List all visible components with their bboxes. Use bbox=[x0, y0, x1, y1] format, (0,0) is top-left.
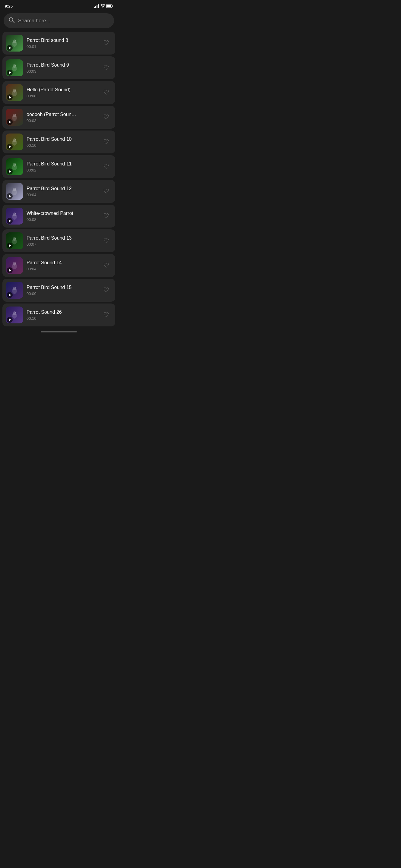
sound-info: Parrot Bird Sound 10 00:10 bbox=[27, 136, 97, 148]
play-triangle-icon bbox=[9, 244, 11, 247]
sound-title: Parrot Bird Sound 10 bbox=[27, 136, 97, 142]
search-bar[interactable]: Search here ... bbox=[4, 13, 114, 28]
play-button-overlay[interactable] bbox=[7, 94, 13, 100]
heart-icon: ♡ bbox=[103, 64, 109, 72]
heart-icon: ♡ bbox=[103, 187, 109, 195]
thumbnail bbox=[6, 257, 23, 274]
sound-info: Parrot Bird Sound 9 00:03 bbox=[27, 62, 97, 73]
play-triangle-icon bbox=[9, 145, 11, 148]
svg-point-14 bbox=[13, 64, 16, 68]
svg-point-23 bbox=[13, 138, 16, 142]
favorite-button[interactable]: ♡ bbox=[101, 62, 112, 73]
svg-point-24 bbox=[15, 139, 16, 140]
thumbnail bbox=[6, 35, 23, 52]
favorite-button[interactable]: ♡ bbox=[101, 186, 112, 197]
home-indicator bbox=[0, 328, 118, 335]
play-button-overlay[interactable] bbox=[7, 193, 13, 199]
sound-info: Parrot Sound 14 00:04 bbox=[27, 260, 97, 271]
thumbnail bbox=[6, 109, 23, 126]
sound-duration: 00:03 bbox=[27, 69, 97, 73]
play-button-overlay[interactable] bbox=[7, 144, 13, 150]
sound-title: Parrot Bird Sound 11 bbox=[27, 161, 97, 167]
list-item[interactable]: Hello (Parrot Sound) 00:08 ♡ bbox=[2, 81, 115, 104]
svg-rect-6 bbox=[107, 5, 111, 7]
list-item[interactable]: Parrot Sound 14 00:04 ♡ bbox=[2, 254, 115, 277]
play-button-overlay[interactable] bbox=[7, 168, 13, 175]
heart-icon: ♡ bbox=[103, 138, 109, 146]
heart-icon: ♡ bbox=[103, 113, 109, 121]
sound-info: Parrot Sound 26 00:10 bbox=[27, 310, 97, 321]
favorite-button[interactable]: ♡ bbox=[101, 112, 112, 123]
list-item[interactable]: Parrot Bird Sound 10 00:10 ♡ bbox=[2, 130, 115, 153]
sound-title: Parrot Sound 26 bbox=[27, 310, 97, 315]
list-item[interactable]: Parrot Sound 26 00:10 ♡ bbox=[2, 304, 115, 327]
list-item[interactable]: Parrot Bird Sound 11 00:02 ♡ bbox=[2, 155, 115, 178]
sound-duration: 00:09 bbox=[27, 291, 97, 296]
heart-icon: ♡ bbox=[103, 212, 109, 220]
list-item[interactable]: Parrot Bird sound 8 00:01 ♡ bbox=[2, 32, 115, 55]
sound-info: White-crowned Parrot 00:08 bbox=[27, 211, 97, 222]
sound-title: oooooh (Parrot Soun… bbox=[27, 112, 97, 117]
search-icon bbox=[8, 17, 15, 24]
play-button-overlay[interactable] bbox=[7, 243, 13, 249]
favorite-button[interactable]: ♡ bbox=[101, 211, 112, 221]
svg-point-35 bbox=[13, 237, 16, 241]
sound-duration: 00:02 bbox=[27, 168, 97, 173]
thumbnail bbox=[6, 232, 23, 249]
heart-icon: ♡ bbox=[103, 163, 109, 170]
heart-icon: ♡ bbox=[103, 261, 109, 270]
thumbnail bbox=[6, 59, 23, 76]
favorite-button[interactable]: ♡ bbox=[101, 285, 112, 296]
play-button-overlay[interactable] bbox=[7, 70, 13, 76]
play-button-overlay[interactable] bbox=[7, 267, 13, 273]
svg-point-30 bbox=[15, 189, 16, 190]
svg-point-17 bbox=[13, 89, 16, 93]
heart-icon: ♡ bbox=[103, 39, 109, 47]
heart-icon: ♡ bbox=[103, 286, 109, 294]
list-item[interactable]: Parrot Bird Sound 13 00:07 ♡ bbox=[2, 229, 115, 252]
sound-info: Parrot Bird Sound 13 00:07 bbox=[27, 236, 97, 247]
wifi-icon bbox=[101, 4, 105, 8]
thumbnail bbox=[6, 307, 23, 323]
svg-point-15 bbox=[15, 65, 16, 66]
favorite-button[interactable]: ♡ bbox=[101, 38, 112, 49]
play-button-overlay[interactable] bbox=[7, 45, 13, 51]
play-triangle-icon bbox=[9, 318, 11, 321]
thumbnail bbox=[6, 208, 23, 224]
sound-title: Hello (Parrot Sound) bbox=[27, 87, 97, 93]
svg-point-44 bbox=[13, 311, 16, 315]
list-item[interactable]: Parrot Bird Sound 15 00:09 ♡ bbox=[2, 279, 115, 302]
svg-point-4 bbox=[103, 7, 103, 7]
favorite-button[interactable]: ♡ bbox=[101, 87, 112, 98]
favorite-button[interactable]: ♡ bbox=[101, 236, 112, 246]
sound-info: Parrot Bird Sound 12 00:04 bbox=[27, 186, 97, 197]
list-item[interactable]: oooooh (Parrot Soun… 00:03 ♡ bbox=[2, 106, 115, 129]
sound-title: Parrot Bird Sound 9 bbox=[27, 62, 97, 68]
play-triangle-icon bbox=[9, 71, 11, 74]
play-triangle-icon bbox=[9, 219, 11, 222]
list-item[interactable]: Parrot Bird Sound 9 00:03 ♡ bbox=[2, 56, 115, 79]
favorite-button[interactable]: ♡ bbox=[101, 136, 112, 147]
play-button-overlay[interactable] bbox=[7, 119, 13, 125]
svg-point-20 bbox=[13, 114, 16, 117]
svg-point-39 bbox=[15, 263, 16, 264]
thumbnail bbox=[6, 84, 23, 101]
sound-duration: 00:08 bbox=[27, 217, 97, 222]
sound-duration: 00:10 bbox=[27, 143, 97, 148]
signal-icon bbox=[94, 4, 99, 8]
thumbnail bbox=[6, 133, 23, 150]
favorite-button[interactable]: ♡ bbox=[101, 161, 112, 172]
list-item[interactable]: White-crowned Parrot 00:08 ♡ bbox=[2, 205, 115, 227]
thumbnail bbox=[6, 183, 23, 200]
favorite-button[interactable]: ♡ bbox=[101, 260, 112, 271]
list-item[interactable]: Parrot Bird Sound 12 00:04 ♡ bbox=[2, 180, 115, 203]
play-button-overlay[interactable] bbox=[7, 218, 13, 224]
time-display: 9:25 bbox=[5, 4, 13, 8]
sound-info: Parrot Bird Sound 15 00:09 bbox=[27, 285, 97, 296]
play-button-overlay[interactable] bbox=[7, 292, 13, 298]
svg-point-27 bbox=[15, 164, 16, 165]
play-button-overlay[interactable] bbox=[7, 317, 13, 323]
favorite-button[interactable]: ♡ bbox=[101, 310, 112, 320]
svg-point-12 bbox=[15, 40, 16, 41]
sound-duration: 00:10 bbox=[27, 316, 97, 321]
